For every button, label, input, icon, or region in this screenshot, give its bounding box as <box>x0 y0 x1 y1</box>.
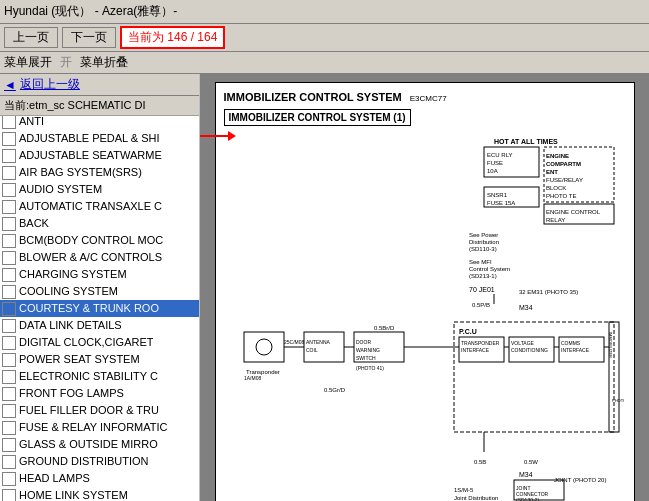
menu-expand[interactable]: 菜单展开 <box>4 54 52 71</box>
sidebar-item-electronic-stability[interactable]: ELECTRONIC STABILITY C <box>0 368 199 385</box>
svg-text:CONDITIONING: CONDITIONING <box>511 347 548 353</box>
sidebar-item-bcm[interactable]: BCM(BODY CONTROL MOC <box>0 232 199 249</box>
sidebar-item-label: DIGITAL CLOCK,CIGARET <box>19 335 153 350</box>
sidebar-item-head-lamps[interactable]: HEAD LAMPS <box>0 470 199 487</box>
sidebar-item-blower[interactable]: BLOWER & A/C CONTROLS <box>0 249 199 266</box>
sidebar-item-courtesy-trunk[interactable]: COURTESY & TRUNK ROO <box>0 300 199 317</box>
sidebar-item-label: DATA LINK DETAILS <box>19 318 122 333</box>
sidebar-item-label: GROUND DISTRIBUTION <box>19 454 149 469</box>
sidebar-item-label: BLOWER & A/C CONTROLS <box>19 250 162 265</box>
sidebar-item-glass-outside[interactable]: GLASS & OUTSIDE MIRRO <box>0 436 199 453</box>
sidebar-item-fuse-relay[interactable]: FUSE & RELAY INFORMATIC <box>0 419 199 436</box>
sidebar-item-digital-clock[interactable]: DIGITAL CLOCK,CIGARET <box>0 334 199 351</box>
svg-text:COMPARTM: COMPARTM <box>546 161 581 167</box>
svg-rect-40 <box>244 332 284 362</box>
svg-text:FUSE/RELAY: FUSE/RELAY <box>546 177 583 183</box>
sidebar-item-front-fog[interactable]: FRONT FOG LAMPS <box>0 385 199 402</box>
next-button[interactable]: 下一页 <box>62 27 116 48</box>
svg-text:0.5Br/D: 0.5Br/D <box>374 325 395 331</box>
sidebar-item-adjustable-seat[interactable]: ADJUSTABLE SEATWARME <box>0 147 199 164</box>
sidebar-item-label: FUEL FILLER DOOR & TRU <box>19 403 159 418</box>
doc-icon <box>2 472 16 486</box>
doc-icon <box>2 404 16 418</box>
sidebar-list[interactable]: ANTIADJUSTABLE PEDAL & SHIADJUSTABLE SEA… <box>0 116 199 501</box>
schematic-svg: HOT AT ALL TIMES ECU RLY FUSE 10A ENGINE… <box>224 132 624 501</box>
svg-text:INTERFACE: INTERFACE <box>461 347 490 353</box>
sidebar-item-label: GLASS & OUTSIDE MIRRO <box>19 437 158 452</box>
sidebar-item-label: COURTESY & TRUNK ROO <box>19 301 159 316</box>
svg-text:SWITCH: SWITCH <box>356 355 376 361</box>
svg-text:(SD213-1): (SD213-1) <box>469 273 497 279</box>
sidebar-item-charging[interactable]: CHARGING SYSTEM <box>0 266 199 283</box>
app-title: Hyundai (现代） - Azera(雅尊）- <box>4 3 177 20</box>
doc-icon <box>2 353 16 367</box>
back-arrow-icon: ◄ <box>4 78 16 92</box>
sidebar-header: ◄ 返回上一级 <box>0 74 199 96</box>
svg-text:P.C.U: P.C.U <box>459 328 477 335</box>
svg-text:FUSE 15A: FUSE 15A <box>487 200 515 206</box>
svg-text:See MFI: See MFI <box>469 259 492 265</box>
svg-text:1A/M08: 1A/M08 <box>244 375 261 381</box>
sidebar-item-air-bag[interactable]: AIR BAG SYSTEM(SRS) <box>0 164 199 181</box>
nav-bar: 上一页 下一页 当前为 146 / 164 <box>0 24 649 52</box>
svg-point-41 <box>256 339 272 355</box>
main-area: ◄ 返回上一级 当前:etm_sc SCHEMATIC DI ANTIADJUS… <box>0 74 649 501</box>
sidebar-current: 当前:etm_sc SCHEMATIC DI <box>0 96 199 116</box>
svg-text:VOLTAGE: VOLTAGE <box>511 340 535 346</box>
top-bar: Hyundai (现代） - Azera(雅尊）- <box>0 0 649 24</box>
arrow-line <box>200 135 228 137</box>
svg-text:COIL: COIL <box>306 347 318 353</box>
doc-icon <box>2 455 16 469</box>
sidebar-item-label: ADJUSTABLE PEDAL & SHI <box>19 131 160 146</box>
svg-text:Control System: Control System <box>469 266 510 272</box>
svg-rect-29 <box>454 322 614 432</box>
svg-text:0.5B: 0.5B <box>474 459 486 465</box>
svg-text:ENGINE: ENGINE <box>546 153 569 159</box>
doc-icon <box>2 166 16 180</box>
svg-text:ENGINE CONTROL: ENGINE CONTROL <box>546 209 601 215</box>
sidebar-item-back[interactable]: BACK <box>0 215 199 232</box>
doc-icon <box>2 302 16 316</box>
sidebar-item-power-seat[interactable]: POWER SEAT SYSTEM <box>0 351 199 368</box>
sidebar-item-label: BACK <box>19 216 49 231</box>
svg-text:SNSR1: SNSR1 <box>487 192 508 198</box>
svg-text:0.5Gr/D: 0.5Gr/D <box>324 387 346 393</box>
sidebar-item-label: HEAD LAMPS <box>19 471 90 486</box>
doc-icon <box>2 234 16 248</box>
menu-collapse[interactable]: 菜单折叠 <box>80 54 128 71</box>
svg-text:Distribution: Distribution <box>469 239 499 245</box>
system-title: IMMOBILIZER CONTROL SYSTEM <box>224 91 402 103</box>
sidebar-item-label: AUDIO SYSTEM <box>19 182 102 197</box>
sidebar-item-home-link[interactable]: HOME LINK SYSTEM <box>0 487 199 501</box>
sidebar-item-label: BCM(BODY CONTROL MOC <box>19 233 163 248</box>
sidebar-item-cooling[interactable]: COOLING SYSTEM <box>0 283 199 300</box>
diagram-subtitle: IMMOBILIZER CONTROL SYSTEM (1) <box>224 109 411 126</box>
svg-text:BLOCK: BLOCK <box>546 185 566 191</box>
sidebar-item-audio[interactable]: AUDIO SYSTEM <box>0 181 199 198</box>
doc-icon <box>2 200 16 214</box>
back-label: 返回上一级 <box>20 76 80 93</box>
page-indicator: 当前为 146 / 164 <box>120 26 225 49</box>
sidebar-item-data-link[interactable]: DATA LINK DETAILS <box>0 317 199 334</box>
doc-icon <box>2 268 16 282</box>
sidebar-item-automatic-trans[interactable]: AUTOMATIC TRANSAXLE C <box>0 198 199 215</box>
sidebar-item-ground-dist[interactable]: GROUND DISTRIBUTION <box>0 453 199 470</box>
svg-text:70 JE01: 70 JE01 <box>469 286 495 293</box>
sidebar-item-anti[interactable]: ANTI <box>0 116 199 130</box>
svg-text:IMMOBILIZER: IMMOBILIZER <box>607 332 612 358</box>
back-link[interactable]: ◄ 返回上一级 <box>4 76 195 93</box>
prev-button[interactable]: 上一页 <box>4 27 58 48</box>
sidebar-item-adjustable-pedal[interactable]: ADJUSTABLE PEDAL & SHI <box>0 130 199 147</box>
sidebar-item-label: AIR BAG SYSTEM(SRS) <box>19 165 142 180</box>
svg-text:M34: M34 <box>519 304 533 311</box>
svg-text:PHOTO 4: PHOTO 4 <box>612 398 624 403</box>
svg-text:10A: 10A <box>487 168 498 174</box>
svg-text:TRANSPONDER: TRANSPONDER <box>461 340 500 346</box>
svg-text:INTERFACE: INTERFACE <box>561 347 590 353</box>
sidebar-item-label: CHARGING SYSTEM <box>19 267 127 282</box>
sidebar-item-fuel-filler[interactable]: FUEL FILLER DOOR & TRU <box>0 402 199 419</box>
svg-text:1S/M-5: 1S/M-5 <box>454 487 474 493</box>
doc-icon <box>2 149 16 163</box>
svg-text:ENT: ENT <box>546 169 558 175</box>
toolbar: 菜单展开 开 菜单折叠 <box>0 52 649 74</box>
